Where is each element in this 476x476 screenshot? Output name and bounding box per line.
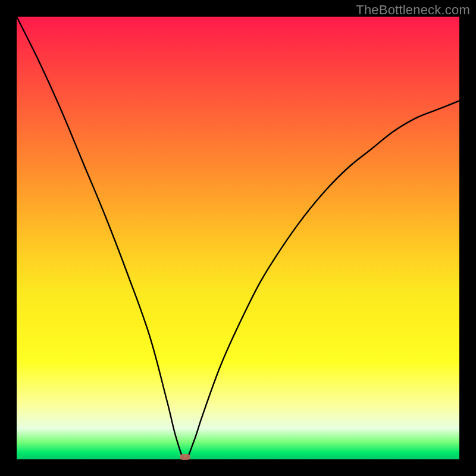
curve-svg <box>17 17 459 459</box>
minimum-marker <box>180 454 190 460</box>
watermark-text: TheBottleneck.com <box>356 2 470 18</box>
chart-frame: TheBottleneck.com <box>0 0 476 476</box>
bottleneck-curve-path <box>17 17 459 459</box>
plot-area <box>17 17 459 459</box>
